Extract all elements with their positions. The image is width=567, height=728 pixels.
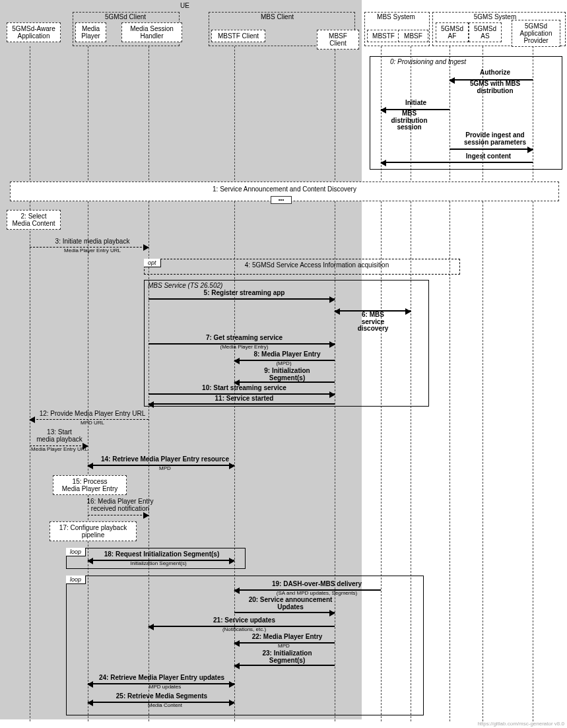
msg-started [149, 403, 335, 405]
tag-loop-2: loop [66, 576, 86, 584]
participant-mbstf-client: MBSTF Client [211, 30, 265, 42]
label-dash-mbs: 19: DASH-over-MBS delivery [251, 581, 383, 588]
label-mpe8-sub: (MPD) [264, 361, 304, 366]
participant-msh: Media Session Handler [121, 22, 182, 42]
group-gmsd-client-label: 5GMSd Client [92, 13, 158, 20]
note-configure-pipeline: 17: Configure playback pipeline [50, 521, 137, 541]
group-gms-system-label: 5GMS System [462, 13, 528, 20]
label-provide-ingest: Provide ingest and session parameters [455, 132, 535, 146]
label-get-service: 7: Get streaming service [191, 335, 297, 342]
label-svc-updates: 21: Service updates [198, 617, 290, 624]
tag-loop-1: loop [66, 548, 86, 556]
label-retrieve-mpe: 14: Retrieve Media Player Entry resource [92, 456, 238, 463]
label-mpe22-sub: MPD [271, 644, 297, 649]
label-authorize-sub: 5GMS with MBS distribution [462, 81, 528, 94]
participant-mbstf: MBSTF [367, 30, 400, 42]
label-retrieve-segments: 25: Retrieve Media Segments [99, 693, 224, 700]
msg-received-notif [88, 515, 149, 515]
label-start-playback-sub: Media Player Entry URL [30, 447, 89, 452]
msg-init9 [234, 381, 335, 383]
label-started: 11: Service started [198, 395, 290, 403]
group-ue-label: UE [172, 2, 198, 9]
label-mpe8: 8: Media Player Entry [244, 351, 330, 358]
note-process-mpe: 15: Process Media Player Entry [53, 475, 127, 495]
note-select: 2: Select Media Content [7, 210, 61, 230]
group-mbs-system-label: MBS System [370, 13, 422, 20]
provisioning-title: 0: Provisioning and Ingest [390, 59, 466, 66]
label-retrieve-updates: 24: Retrieve Media Player Entry updates [89, 675, 234, 682]
label-provide-mpe-url-sub: MPD URL [66, 420, 119, 426]
label-announce: 1: Service Announcement and Content Disc… [213, 185, 356, 193]
participant-mediaplayer: Media Player [75, 22, 106, 42]
label-retrieve-mpe-sub: MPD [145, 466, 185, 471]
participant-app: 5GMSd-Aware Application [7, 22, 61, 42]
label-req-init-sub: Initialization Segment(s) [112, 561, 205, 566]
label-discovery: 6: MBS service discovery [343, 312, 403, 333]
participant-gmsd-as: 5GMSd AS [469, 22, 502, 42]
label-retrieve-segments-sub: Media Content [132, 703, 198, 708]
label-init23: 23: Initialization Segment(s) [248, 650, 327, 664]
footer-credit: https://gitlab.com/msc-generator v8.0 [477, 721, 564, 727]
msg-register [149, 298, 335, 300]
participant-gmsd-af: 5GMSd AF [436, 22, 469, 42]
participant-mbsf-client: MBSF Client [317, 30, 359, 50]
label-ingest-content: Ingest content [449, 153, 528, 160]
label-retrieve-updates-sub: MPD updates [132, 684, 198, 690]
msg-ingest-content [381, 162, 533, 163]
group-mbs-client-label: MBS Client [251, 13, 304, 20]
label-sa-updates: 20: Service announcement Updates [238, 597, 343, 611]
label-svc-updates-sub: (Notifications, etc.) [211, 627, 277, 632]
label-get-service-sub: (Media Player Entry) [198, 345, 290, 350]
msg-provide-ingest [450, 149, 533, 150]
label-received-notif: 16: Media Player Entry received notifica… [81, 498, 160, 512]
tag-opt: opt [144, 259, 161, 267]
label-req-init: 18: Request Initialization Segment(s) [92, 551, 231, 558]
label-initiate-sub: MBS distribution session [383, 110, 436, 131]
participant-mbsf: MBSF [398, 30, 428, 42]
lifeline-app [30, 46, 30, 721]
label-initiate: Initiate [389, 100, 442, 107]
label-start-playback: 13: Start media playback [30, 429, 89, 443]
sequence-diagram: UE 5GMSd Client MBS Client MBS System 5G… [0, 0, 567, 728]
label-register: 5: Register streaming app [191, 290, 297, 297]
mbs-service-title: MBS Service (TS 26.502) [148, 282, 222, 289]
label-provide-mpe-url: 12: Provide Media Player Entry URL [33, 411, 152, 418]
continuation-icon: ••• [271, 196, 292, 204]
label-authorize: Authorize [462, 69, 528, 77]
participant-app-provider: 5GMSd Application Provider [512, 20, 560, 47]
label-mpe22: 22: Media Player Entry [244, 634, 330, 641]
label-init9: 9: Initialization Segment(s) [244, 368, 330, 381]
label-initiate-playback: 3: Initiate media playback [46, 238, 139, 246]
label-sai-acq: 4: 5GMSd Service Access Information acqu… [218, 262, 416, 269]
msg-init23 [234, 665, 335, 666]
msg-sa-updates [234, 612, 335, 613]
label-initiate-playback-sub: Media Player Entry URL [53, 248, 132, 253]
label-start-stream: 10: Start streaming service [185, 385, 304, 392]
